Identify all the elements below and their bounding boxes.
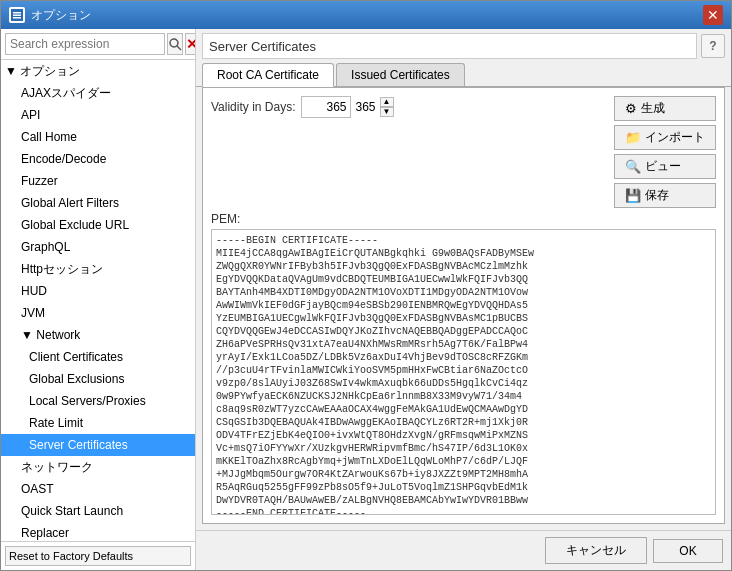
validity-value: 365	[355, 100, 375, 114]
tree-item-ajax[interactable]: AJAXスパイダー	[1, 82, 195, 104]
spin-down-button[interactable]: ▼	[380, 107, 394, 117]
tree-item-global-alert[interactable]: Global Alert Filters	[1, 192, 195, 214]
tree-item-label: Call Home	[21, 130, 77, 144]
tree-item-label: Httpセッション	[21, 262, 103, 276]
tree-item-global-excl[interactable]: Global Exclusions	[1, 368, 195, 390]
cancel-button[interactable]: キャンセル	[545, 537, 647, 564]
save-label: 保存	[645, 187, 669, 204]
tree-item-network-ja[interactable]: ネットワーク	[1, 456, 195, 478]
save-button[interactable]: 💾 保存	[614, 183, 716, 208]
save-icon: 💾	[625, 188, 641, 203]
tree-item-label: API	[21, 108, 40, 122]
title-bar-left: オプション	[9, 7, 91, 24]
tree-item-label: Local Servers/Proxies	[29, 394, 146, 408]
tree-item-label: AJAXスパイダー	[21, 86, 111, 100]
tree-item-label: Client Certificates	[29, 350, 123, 364]
folder-icon: 📁	[625, 130, 641, 145]
tab-issued[interactable]: Issued Certificates	[336, 63, 465, 86]
expand-icon: ▼	[5, 62, 17, 80]
svg-line-5	[177, 46, 181, 50]
tree-item-label: Replacer	[21, 526, 69, 540]
app-icon	[9, 7, 25, 23]
clear-button[interactable]: ✕	[185, 33, 196, 55]
generate-button[interactable]: ⚙ 生成	[614, 96, 716, 121]
tree-item-label: Encode/Decode	[21, 152, 106, 166]
main-content: ✕ ▼ オプション AJAXスパイダー API Call Home	[1, 29, 731, 570]
search-bar: ✕	[1, 29, 195, 60]
tree-item-encode[interactable]: Encode/Decode	[1, 148, 195, 170]
view-button[interactable]: 🔍 ビュー	[614, 154, 716, 179]
tree-item-options[interactable]: ▼ オプション	[1, 60, 195, 82]
tree-item-label: Quick Start Launch	[21, 504, 123, 518]
reset-factory-button[interactable]: Reset to Factory Defaults	[5, 546, 191, 566]
tree-item-replacer[interactable]: Replacer	[1, 522, 195, 541]
tree-item-server-certs[interactable]: Server Certificates	[1, 434, 195, 456]
validity-row: Validity in Days: 365 ▲ ▼	[211, 96, 614, 118]
tree-item-label: Server Certificates	[29, 438, 128, 452]
left-panel: ✕ ▼ オプション AJAXスパイダー API Call Home	[1, 29, 196, 570]
footer: キャンセル OK	[196, 530, 731, 570]
tree-item-label: GraphQL	[21, 240, 70, 254]
tree-item-client-certs[interactable]: Client Certificates	[1, 346, 195, 368]
panel-title: Server Certificates	[202, 33, 697, 59]
gear-icon: ⚙	[625, 101, 637, 116]
tree-item-label: Network	[36, 328, 80, 342]
tree-item-label: Global Alert Filters	[21, 196, 119, 210]
svg-rect-1	[13, 12, 21, 14]
import-label: インポート	[645, 129, 705, 146]
import-button[interactable]: 📁 インポート	[614, 125, 716, 150]
top-section: Validity in Days: 365 ▲ ▼	[211, 96, 716, 208]
svg-rect-3	[13, 17, 21, 19]
main-window: オプション ✕ ✕ ▼	[0, 0, 732, 571]
validity-controls: 365 ▲ ▼	[301, 96, 614, 118]
validity-input[interactable]	[301, 96, 351, 118]
tree-item-label: HUD	[21, 284, 47, 298]
svg-rect-2	[13, 15, 21, 17]
tree-item-callhome[interactable]: Call Home	[1, 126, 195, 148]
tree-item-label: Fuzzer	[21, 174, 58, 188]
clear-icon: ✕	[186, 36, 196, 52]
tree-item-network[interactable]: ▼ Network	[1, 324, 195, 346]
tree-item-oast[interactable]: OAST	[1, 478, 195, 500]
tree-item-quick-start[interactable]: Quick Start Launch	[1, 500, 195, 522]
tree-item-graphql[interactable]: GraphQL	[1, 236, 195, 258]
action-buttons: ⚙ 生成 📁 インポート 🔍 ビュー 💾	[614, 96, 716, 208]
validity-label: Validity in Days:	[211, 100, 295, 114]
tree-item-global-exclude[interactable]: Global Exclude URL	[1, 214, 195, 236]
tree-item-label: Global Exclude URL	[21, 218, 129, 232]
magnify-icon: 🔍	[625, 159, 641, 174]
window-title: オプション	[31, 7, 91, 24]
tab-root-ca[interactable]: Root CA Certificate	[202, 63, 334, 87]
tree-item-label: OAST	[21, 482, 54, 496]
close-button[interactable]: ✕	[703, 5, 723, 25]
bottom-bar: Reset to Factory Defaults	[1, 541, 195, 570]
right-header: Server Certificates ?	[196, 29, 731, 63]
expand-icon: ▼	[21, 326, 33, 344]
search-input[interactable]	[5, 33, 165, 55]
title-bar: オプション ✕	[1, 1, 731, 29]
svg-point-4	[170, 39, 178, 47]
pem-textarea[interactable]	[211, 229, 716, 515]
tree-item-local-servers[interactable]: Local Servers/Proxies	[1, 390, 195, 412]
validity-and-pem: Validity in Days: 365 ▲ ▼	[211, 96, 614, 124]
ok-button[interactable]: OK	[653, 539, 723, 563]
tree-item-label: ネットワーク	[21, 460, 93, 474]
spin-up-button[interactable]: ▲	[380, 97, 394, 107]
search-icon	[168, 37, 182, 51]
tree-item-hud[interactable]: HUD	[1, 280, 195, 302]
tree-item-label: Rate Limit	[29, 416, 83, 430]
tree-item-fuzzer[interactable]: Fuzzer	[1, 170, 195, 192]
search-button[interactable]	[167, 33, 183, 55]
generate-label: 生成	[641, 100, 665, 117]
tree-container: ▼ オプション AJAXスパイダー API Call Home Encode/D…	[1, 60, 195, 541]
tree-item-label: オプション	[20, 64, 80, 78]
view-label: ビュー	[645, 158, 681, 175]
pem-label: PEM:	[211, 212, 716, 226]
tree-item-rate-limit[interactable]: Rate Limit	[1, 412, 195, 434]
tree-item-http-session[interactable]: Httpセッション	[1, 258, 195, 280]
tree-item-jvm[interactable]: JVM	[1, 302, 195, 324]
right-panel: Server Certificates ? Root CA Certificat…	[196, 29, 731, 570]
tree-item-api[interactable]: API	[1, 104, 195, 126]
tab-bar: Root CA Certificate Issued Certificates	[196, 63, 731, 87]
help-button[interactable]: ?	[701, 34, 725, 58]
